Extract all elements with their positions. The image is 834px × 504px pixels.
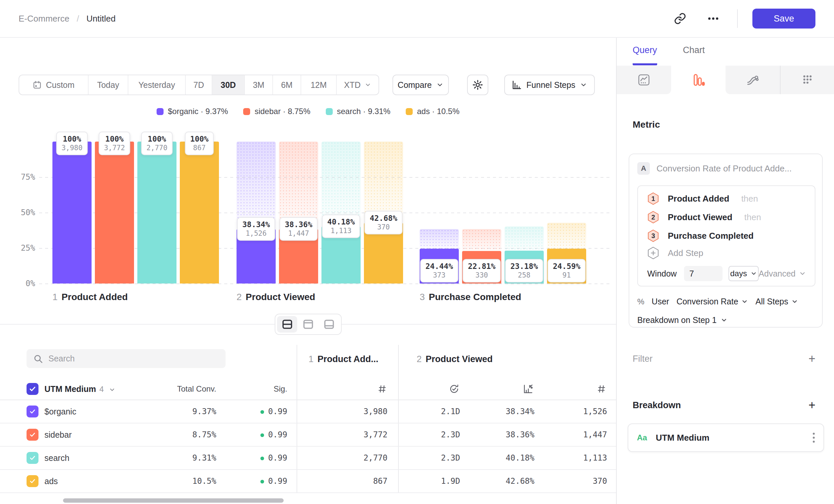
date-range-custom[interactable]: Custom	[19, 75, 89, 94]
copy-link-icon[interactable]	[671, 9, 689, 28]
funnel-bars-icon	[692, 73, 705, 87]
sig-column-header[interactable]: Sig.	[274, 384, 287, 394]
window-value-input[interactable]	[684, 266, 723, 281]
tab-chart[interactable]: Chart	[683, 45, 705, 65]
time-to-convert-column-icon[interactable]	[449, 384, 459, 394]
row-checkbox[interactable]	[26, 475, 39, 487]
funnel-chart: 0%25%50%75%100%3,98038.34%1,52624.44%373…	[0, 129, 616, 328]
tab-retention-report[interactable]	[780, 66, 834, 94]
add-filter-button[interactable]: +	[809, 353, 815, 365]
breadcrumb: E-Commerce / Untitled	[19, 0, 116, 37]
row-checkbox[interactable]	[26, 452, 39, 464]
significance-dot	[260, 410, 264, 414]
report-type-tabs	[617, 66, 834, 94]
window-unit-select[interactable]: days	[728, 266, 759, 281]
legend-item-organic[interactable]: $organic · 9.37%	[157, 107, 228, 116]
group-step-number: 2	[417, 354, 422, 364]
funnel-bar-search-step1[interactable]	[137, 142, 176, 283]
layout-chart-only-toggle[interactable]	[298, 316, 318, 333]
breadcrumb-project[interactable]: E-Commerce	[19, 14, 69, 24]
date-range-xtd[interactable]: XTD	[337, 75, 378, 94]
chart-settings-button[interactable]	[467, 75, 488, 95]
breakdown-on-step-selector[interactable]: Breakdown on Step 1	[637, 315, 727, 325]
date-range-7d[interactable]: 7D	[186, 75, 212, 94]
save-button[interactable]: Save	[752, 8, 815, 28]
funnel-bar-sidebar-step1[interactable]	[95, 142, 134, 283]
funnel-report-page: E-Commerce / Untitled Save CustomTodayYe…	[0, 0, 834, 504]
check-icon	[29, 455, 36, 461]
measurement-selector[interactable]: Conversion Rate	[676, 297, 748, 306]
row-checkbox[interactable]	[26, 429, 39, 441]
add-step-hex-icon	[647, 246, 659, 260]
bar-count: 1,113	[327, 227, 355, 235]
table-search-input[interactable]: Search	[26, 349, 225, 368]
layout-split-toggle[interactable]	[277, 316, 297, 333]
query-step-3[interactable]: 3Purchase Completed	[647, 229, 754, 243]
count-column-icon[interactable]	[597, 384, 606, 394]
tab-insights-report[interactable]	[617, 66, 671, 94]
conversion-rate-column-icon[interactable]	[523, 384, 533, 394]
legend-label: sidebar · 8.75%	[255, 107, 310, 116]
query-step-1[interactable]: 1Product Addedthen	[647, 192, 758, 205]
add-step-button[interactable]: Add Step	[647, 246, 703, 260]
date-range-3m[interactable]: 3M	[245, 75, 273, 94]
breakdown-column-header[interactable]: UTM Medium4	[44, 384, 115, 394]
layout-table-only-toggle[interactable]	[319, 316, 339, 333]
date-range-6m[interactable]: 6M	[273, 75, 301, 94]
date-range-label: 7D	[193, 80, 204, 90]
group-step-label: Product Viewed	[425, 354, 492, 364]
table-header-row: UTM Medium4 Total Conv. Sig.	[0, 378, 616, 400]
legend-item-ads[interactable]: ads · 10.5%	[406, 107, 459, 116]
cell-step1-count: 3,980	[364, 407, 388, 416]
cell-step2-time: 2.1D	[441, 407, 460, 416]
header-divider	[737, 9, 738, 28]
row-checkbox[interactable]	[26, 406, 39, 417]
metric-card-header[interactable]: A Conversion Rate of Product Adde...	[637, 162, 792, 175]
bar-conversion-pct: 100%	[61, 135, 82, 143]
funnel-ghost-bar	[547, 223, 586, 248]
breakdown-property-card[interactable]: Aa UTM Medium	[628, 423, 824, 452]
legend-label: $organic · 9.37%	[168, 107, 228, 116]
bar-count: 91	[553, 271, 580, 279]
horizontal-scrollbar-thumb[interactable]	[63, 498, 284, 503]
date-range-yesterday[interactable]: Yesterday	[128, 75, 186, 94]
breadcrumb-report-title[interactable]: Untitled	[86, 14, 115, 24]
step-number: 3	[420, 292, 425, 302]
tab-funnels-report[interactable]	[671, 66, 726, 94]
cell-sig: 0.99	[260, 453, 287, 462]
row-breakdown-value[interactable]: sidebar	[44, 430, 72, 440]
more-options-icon[interactable]	[704, 9, 723, 28]
tab-query[interactable]: Query	[633, 45, 657, 65]
kebab-menu-icon[interactable]	[813, 433, 815, 443]
row-breakdown-value[interactable]: ads	[44, 477, 58, 486]
row-breakdown-value[interactable]: $organic	[44, 407, 76, 416]
add-breakdown-button[interactable]: +	[809, 399, 815, 411]
bar-count: 258	[510, 271, 538, 279]
compare-button[interactable]: Compare	[392, 75, 449, 95]
date-range-30d[interactable]: 30D	[212, 75, 245, 94]
legend-swatch	[243, 108, 250, 115]
legend-item-search[interactable]: search · 9.31%	[326, 107, 391, 116]
total-conv-column-header[interactable]: Total Conv.	[177, 384, 216, 394]
entity-selector[interactable]: User	[652, 297, 669, 306]
funnel-bar-organic-step1[interactable]	[52, 142, 92, 283]
row-breakdown-value[interactable]: search	[44, 453, 69, 463]
dots-grid-icon	[801, 73, 814, 87]
funnel-bar-ads-step1[interactable]	[180, 142, 219, 283]
cell-step1-count: 867	[373, 477, 388, 486]
query-step-2[interactable]: 2Product Viewedthen	[647, 210, 761, 224]
date-range-12m[interactable]: 12M	[301, 75, 337, 94]
steps-scope-selector[interactable]: All Steps	[755, 297, 798, 306]
date-range-today[interactable]: Today	[89, 75, 128, 94]
percent-icon: %	[637, 297, 644, 306]
gridline	[39, 283, 609, 284]
breadcrumb-separator: /	[76, 14, 79, 24]
chevron-down-icon	[365, 82, 371, 88]
tab-flows-report[interactable]	[726, 66, 780, 94]
advanced-dropdown[interactable]: Advanced	[759, 269, 806, 278]
legend-item-sidebar[interactable]: sidebar · 8.75%	[243, 107, 310, 116]
select-all-checkbox[interactable]	[26, 383, 39, 395]
chevron-down-icon	[436, 81, 443, 89]
chart-type-button[interactable]: Funnel Steps	[504, 75, 595, 95]
count-column-icon[interactable]	[377, 384, 387, 394]
